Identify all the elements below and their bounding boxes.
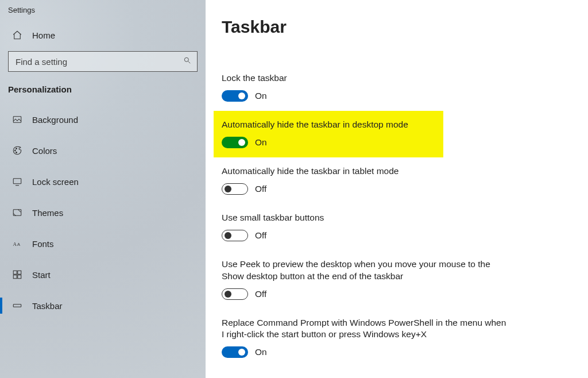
sidebar-item-label: Colors <box>32 146 57 156</box>
toggle-powershell-replace[interactable] <box>222 346 248 358</box>
svg-rect-13 <box>13 275 17 279</box>
sidebar-item-label: Start <box>32 270 51 280</box>
setting-peek-preview: Use Peek to preview the desktop when you… <box>222 250 572 309</box>
setting-label: Use small taskbar buttons <box>222 212 509 224</box>
svg-point-5 <box>16 152 17 153</box>
themes-icon <box>10 207 24 218</box>
svg-rect-2 <box>13 117 21 123</box>
setting-label: Replace Command Prompt with Windows Powe… <box>222 317 509 341</box>
image-icon <box>10 114 24 125</box>
toggle-row: On <box>222 137 443 148</box>
sidebar-item-start[interactable]: Start <box>7 263 199 286</box>
sidebar-item-fonts[interactable]: AA Fonts <box>7 232 199 255</box>
setting-label: Lock the taskbar <box>222 72 509 84</box>
sidebar-item-label: Lock screen <box>32 177 79 187</box>
palette-icon <box>10 145 24 156</box>
fonts-icon: AA <box>10 238 24 249</box>
sidebar-item-label: Background <box>32 115 78 125</box>
svg-rect-12 <box>18 271 21 274</box>
toggle-peek-preview[interactable] <box>222 288 248 300</box>
toggle-row: Off <box>222 288 572 300</box>
sidebar-item-themes[interactable]: Themes <box>7 201 199 224</box>
start-icon <box>10 269 24 280</box>
lock-screen-icon <box>10 176 24 187</box>
toggle-state-label: On <box>255 347 267 357</box>
toggle-row: Off <box>222 230 572 241</box>
setting-label: Automatically hide the taskbar in tablet… <box>222 165 509 178</box>
toggle-small-buttons[interactable] <box>222 230 248 241</box>
search-icon <box>183 56 191 67</box>
svg-point-0 <box>184 57 188 61</box>
sidebar-item-label: Taskbar <box>32 301 63 311</box>
sidebar-item-lock-screen[interactable]: Lock screen <box>7 170 199 193</box>
home-icon <box>10 30 24 40</box>
sidebar-item-label: Fonts <box>32 239 54 249</box>
page-title: Taskbar <box>222 17 572 37</box>
setting-powershell-replace: Replace Command Prompt with Windows Powe… <box>222 309 572 368</box>
svg-line-1 <box>188 61 191 64</box>
setting-label: Automatically hide the taskbar in deskto… <box>222 119 443 131</box>
sidebar-item-background[interactable]: Background <box>7 108 199 131</box>
nav-home-label: Home <box>32 30 55 40</box>
settings-list: Lock the taskbarOnAutomatically hide the… <box>222 64 572 367</box>
toggle-row: Off <box>222 183 572 195</box>
toggle-state-label: On <box>255 137 267 148</box>
svg-point-4 <box>16 148 17 149</box>
toggle-state-label: Off <box>255 289 266 299</box>
search-box[interactable] <box>8 51 198 72</box>
sidebar: Settings Home Personalization Background <box>0 0 206 378</box>
toggle-auto-hide-desktop[interactable] <box>222 137 248 148</box>
svg-rect-6 <box>13 179 21 184</box>
app-title: Settings <box>7 5 199 24</box>
toggle-state-label: Off <box>255 184 266 194</box>
sidebar-item-colors[interactable]: Colors <box>7 139 199 162</box>
svg-text:A: A <box>17 242 20 247</box>
svg-text:A: A <box>13 241 17 247</box>
setting-auto-hide-tablet: Automatically hide the taskbar in tablet… <box>222 157 572 204</box>
svg-point-3 <box>14 150 16 151</box>
toggle-row: On <box>222 90 572 102</box>
svg-rect-15 <box>13 304 21 307</box>
nav-home[interactable]: Home <box>7 24 199 47</box>
setting-lock-taskbar: Lock the taskbarOn <box>222 64 572 111</box>
search-row <box>7 51 199 81</box>
sidebar-category: Personalization <box>7 81 199 102</box>
toggle-auto-hide-tablet[interactable] <box>222 183 248 195</box>
setting-auto-hide-desktop: Automatically hide the taskbar in deskto… <box>214 111 443 157</box>
setting-label: Use Peek to preview the desktop when you… <box>222 259 509 283</box>
svg-rect-11 <box>13 271 17 274</box>
main-content: Taskbar Lock the taskbarOnAutomatically … <box>206 0 588 378</box>
search-input[interactable] <box>14 56 183 67</box>
toggle-row: On <box>222 346 572 358</box>
sidebar-item-taskbar[interactable]: Taskbar <box>7 294 199 317</box>
settings-window: Settings Home Personalization Background <box>0 0 588 378</box>
taskbar-icon <box>10 300 24 311</box>
toggle-state-label: On <box>255 91 267 101</box>
sidebar-nav-list: Background Colors Lock screen Themes <box>7 108 199 317</box>
setting-small-buttons: Use small taskbar buttonsOff <box>222 204 572 250</box>
toggle-lock-taskbar[interactable] <box>222 90 248 102</box>
sidebar-item-label: Themes <box>32 208 63 218</box>
svg-rect-14 <box>18 275 21 279</box>
toggle-state-label: Off <box>255 230 266 241</box>
